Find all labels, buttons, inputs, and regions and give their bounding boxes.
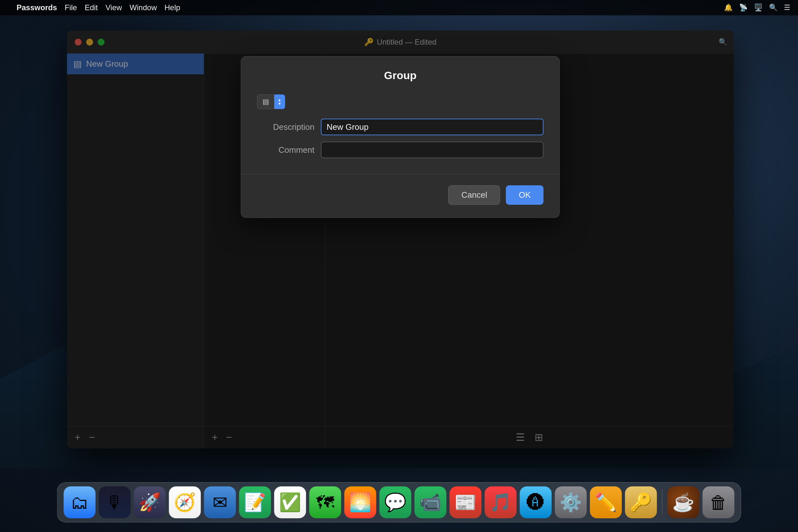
search-icon[interactable]: 🔍 xyxy=(769,3,778,12)
dock-item-messages[interactable]: 💬 xyxy=(380,487,412,518)
modal-title: Group xyxy=(384,69,417,81)
dock-item-facetime[interactable]: 📹 xyxy=(415,487,446,518)
menubar-app-name[interactable]: Passwords xyxy=(17,3,57,12)
dock-item-news[interactable]: 📰 xyxy=(450,487,481,518)
comment-input[interactable] xyxy=(321,141,544,158)
modal-icon-stepper[interactable]: ▲ ▼ xyxy=(274,94,285,109)
modal-dialog: Group ▤ ▲ ▼ Description xyxy=(241,56,560,218)
dock-item-reminders[interactable]: ✅ xyxy=(274,487,306,518)
dock-item-safari[interactable]: 🧭 xyxy=(169,487,201,518)
cancel-button[interactable]: Cancel xyxy=(448,185,500,205)
dock-item-espresso[interactable]: ☕ xyxy=(668,487,700,518)
description-input[interactable] xyxy=(321,119,544,135)
dock-item-appstore[interactable]: 🅐 xyxy=(520,487,552,518)
menubar-window[interactable]: Window xyxy=(130,3,157,12)
dock-item-music[interactable]: 🎵 xyxy=(485,487,517,518)
dock-item-notepads[interactable]: 📝 xyxy=(239,487,271,518)
modal-icon-picker[interactable]: ▤ xyxy=(257,94,274,109)
app-window: 🔑 Untitled — Edited 🔍 ▤ New Group + − + … xyxy=(67,31,734,449)
dock-item-rocket[interactable]: 🚀 xyxy=(134,487,166,518)
menubar-right: 🔔 📡 🖥️ 🔍 ☰ xyxy=(724,3,790,12)
modal-icon-row: ▤ ▲ ▼ xyxy=(257,94,544,109)
menubar-help[interactable]: Help xyxy=(165,3,180,12)
modal-overlay: Group ▤ ▲ ▼ Description xyxy=(67,31,734,449)
menubar-edit[interactable]: Edit xyxy=(84,3,98,12)
cast-icon[interactable]: 📡 xyxy=(739,3,747,12)
dock: 🗂 🎙 🚀 🧭 ✉ 📝 ✅ 🗺 🌅 💬 📹 📰 🎵 🅐 ⚙️ ✏️ 🔑 ☕ 🗑 xyxy=(57,482,741,522)
dock-item-system-prefs[interactable]: ⚙️ xyxy=(555,487,587,518)
dock-item-trash[interactable]: 🗑 xyxy=(703,487,735,518)
notification-icon[interactable]: 🔔 xyxy=(724,3,733,12)
modal-divider xyxy=(241,174,559,174)
menubar-file[interactable]: File xyxy=(65,3,77,12)
description-field-row: Description xyxy=(257,119,544,135)
dock-item-siri[interactable]: 🎙 xyxy=(99,487,131,518)
dock-item-mail[interactable]: ✉ xyxy=(204,487,236,518)
stepper-down-arrow: ▼ xyxy=(278,102,282,106)
dock-item-sketch[interactable]: ✏️ xyxy=(590,487,622,518)
dock-item-maps[interactable]: 🗺 xyxy=(309,487,341,518)
dock-item-passwords[interactable]: 🔑 xyxy=(625,487,657,518)
modal-footer: Cancel OK xyxy=(241,178,559,217)
menubar: Passwords File Edit View Window Help 🔔 📡… xyxy=(0,0,798,15)
display-icon[interactable]: 🖥️ xyxy=(754,3,763,12)
dock-item-photos[interactable]: 🌅 xyxy=(344,487,376,518)
dock-item-finder[interactable]: 🗂 xyxy=(64,487,96,518)
modal-body: ▤ ▲ ▼ Description Comment xyxy=(241,88,559,171)
description-label: Description xyxy=(257,122,321,132)
comment-field-row: Comment xyxy=(257,141,544,158)
menubar-view[interactable]: View xyxy=(106,3,122,12)
comment-label: Comment xyxy=(257,145,321,155)
ok-button[interactable]: OK xyxy=(506,185,544,205)
modal-header: Group xyxy=(241,56,559,88)
list-icon[interactable]: ☰ xyxy=(784,3,790,12)
